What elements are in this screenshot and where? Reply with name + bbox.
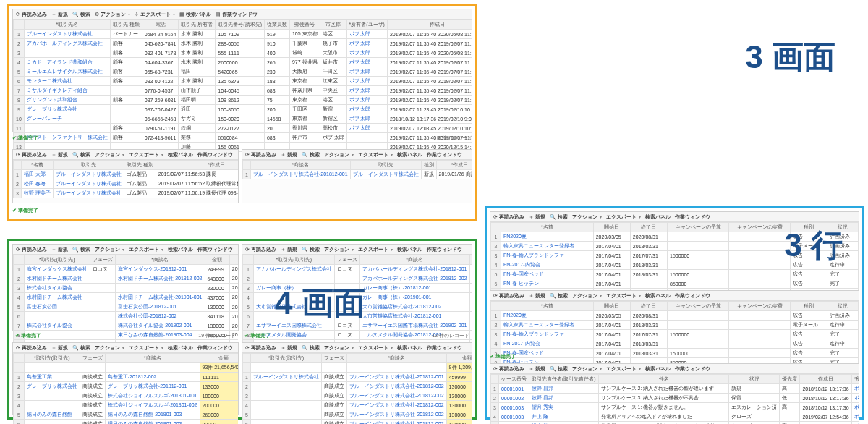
table-row[interactable]: 1海宮インダックス株式会社ロコヌ海宮インダックス-201812-00124999… — [14, 265, 239, 274]
search-btn[interactable]: 🔍 検索 — [72, 151, 90, 158]
panel-btn[interactable]: 検索パネル — [397, 344, 422, 352]
panel-btn[interactable]: 検索パネル — [645, 365, 671, 373]
table-row[interactable]: 2アカバホールディングス株式会社顧客045-620-7841水木 勝利288-0… — [14, 39, 472, 48]
export-menu[interactable]: エクスポート — [129, 151, 163, 158]
col-header[interactable] — [14, 161, 22, 170]
action-menu[interactable]: アクション — [95, 344, 124, 352]
search-btn[interactable]: 🔍 検索 — [550, 365, 568, 373]
action-menu[interactable]: アクション — [572, 365, 602, 373]
col-header[interactable]: 種別 — [791, 302, 827, 311]
win-btn[interactable]: 作業ウィンドウ — [197, 151, 233, 158]
col-header[interactable]: 電話 — [142, 20, 179, 30]
col-header[interactable]: 状況 — [729, 375, 780, 384]
col-header[interactable] — [14, 20, 25, 30]
col-header[interactable]: フェーズ — [334, 255, 359, 265]
col-header[interactable]: *取引先(取引先) — [24, 255, 90, 265]
panel-btn[interactable]: ▦ 検索パネル — [179, 11, 211, 18]
action-menu[interactable]: アクション — [95, 151, 124, 158]
table-row[interactable]: 6モンターニ株式会社顧客083-00-4122水木 勝利135-6373188東… — [14, 77, 472, 86]
table-row[interactable]: 2水村団ドチーム株式会社水村団ドチーム株式会社-201812-002643000… — [14, 274, 239, 284]
col-header[interactable] — [243, 255, 254, 265]
col-header[interactable]: *名前 — [501, 223, 594, 232]
table-row[interactable]: 5ミールエムレサイクルズ株式会社顧客055-68-7231福田542006523… — [14, 67, 472, 77]
col-header[interactable]: 取引先 種類 — [110, 20, 142, 30]
col-header[interactable]: 郵便番号 — [289, 20, 320, 30]
table-row[interactable]: 9グレーブリッ株式会社087-707-0427通田100-8050200千田区新… — [14, 105, 472, 114]
reload-btn[interactable]: ⟳ 再読み込み — [493, 292, 524, 300]
col-header[interactable]: *商談名 — [115, 255, 205, 265]
table-row[interactable]: 8件 1,309,999円 — [243, 363, 472, 373]
action-menu[interactable]: アクション — [324, 344, 354, 352]
col-header[interactable]: フェーズ — [80, 354, 105, 363]
table-row[interactable]: 6商談成立堀日のみの森自然館-201801-003320002019/01/02 — [14, 420, 239, 425]
col-header[interactable]: キャンペーンの予算 — [668, 223, 729, 232]
export-menu[interactable]: エクスポート — [129, 246, 163, 253]
cases-grid[interactable]: ケース番号取引先責任者(取引先責任者)件名状況優先度作成日*所有者(Multip… — [490, 374, 859, 424]
col-header[interactable] — [491, 223, 501, 232]
col-header[interactable]: 終了日 — [630, 223, 667, 232]
grid[interactable]: *取引先(取引先)フェーズ*商談名金額完了予定日93件 21,656,542円1… — [13, 353, 238, 424]
col-header[interactable]: *名前 — [501, 302, 594, 311]
reload-btn[interactable]: ⟳ 再読み込み — [245, 246, 276, 253]
col-header[interactable]: 取引先 種別 — [124, 161, 156, 170]
action-menu[interactable]: アクション — [572, 213, 602, 221]
win-btn[interactable]: 作業ウィンドウ — [675, 213, 710, 221]
new-btn[interactable]: ＋ 新規 — [281, 344, 297, 352]
col-header[interactable]: 取引先 — [350, 161, 421, 170]
table-row[interactable]: 2松田 春海ブルーインダストリ株式会社ゴム製品2019/02/07 11:56:… — [14, 179, 239, 189]
search-btn[interactable]: 🔍 検索 — [302, 151, 320, 158]
table-row[interactable]: 200001002牧野 昌邦サンプルケース 3: 納入された機器が不具合保留低2… — [491, 394, 859, 403]
reload-btn[interactable]: ⟳ 再読み込み — [16, 151, 47, 158]
new-btn[interactable]: ＋ 新規 — [281, 246, 297, 253]
col-header[interactable]: *作成日 — [156, 161, 238, 170]
col-header[interactable]: *作成日 — [436, 161, 472, 170]
search-btn[interactable]: 🔍 検索 — [302, 246, 320, 253]
table-row[interactable]: 4商談成立株式会社ジョイフルスルギ-201801-0022000002019/0… — [14, 401, 239, 410]
grid[interactable]: *取引先(取引先)フェーズ*商談名金額完了予定日8件 1,309,999円1ブル… — [242, 353, 472, 424]
col-header[interactable]: 金額 — [469, 255, 472, 265]
table-row[interactable]: 5富士石炭公団富士石炭公団-201812-0011300002018/01/26 — [14, 302, 239, 312]
table-row[interactable]: 6商談成立ブルーインダストリ株式会社-201812-0021300002019/… — [243, 420, 472, 425]
table-row[interactable]: 5商談成立ブルーインダストリ株式会社-201812-0021300002019/… — [243, 410, 472, 420]
win-btn[interactable]: 作業ウィンドウ — [427, 151, 462, 158]
col-header[interactable] — [14, 354, 25, 363]
new-btn[interactable]: ＋ 新規 — [529, 365, 545, 373]
col-header[interactable] — [243, 354, 251, 363]
search-btn[interactable]: 🔍 検索 — [550, 292, 568, 300]
table-row[interactable]: 2輸入家具ニュースレター登録者2017/04/012018/03/31電子メール… — [491, 321, 859, 330]
panel-btn[interactable]: 検索パネル — [397, 246, 422, 253]
col-header[interactable]: 優先度 — [780, 375, 800, 384]
accounts-grid[interactable]: *取引先名取引先 種類電話取引先 所有者取引先番号(請求先)従業員数郵便番号市区… — [13, 20, 472, 152]
col-header[interactable]: 作成日 — [800, 375, 851, 384]
panel-btn[interactable]: 検索パネル — [397, 151, 422, 158]
export-menu[interactable]: ⇩ エクスポート — [135, 11, 175, 18]
table-row[interactable]: 5堀日のみの森自然館商談成立堀日のみの森自然館-201801-003269000… — [14, 410, 239, 420]
contacts-grid[interactable]: *名前取引先取引先 種別*作成日役職電話メール1福田 太郎ブルーインダストリ株式… — [13, 160, 238, 198]
table-row[interactable]: 2グレーブリッ株式会社商談成立グレーブリッ株式会社-201812-0011330… — [14, 382, 239, 391]
col-header[interactable]: *商談名 — [346, 354, 446, 363]
reload-btn[interactable]: ⟳ 再読み込み — [493, 213, 524, 221]
table-row[interactable]: 1ブルーインダストリ株式会社商談成立ブルーインダストリ株式会社-201812-0… — [243, 373, 472, 382]
table-row[interactable]: 500001004樺木 松発電機のメンテナンスに関するガイドラインが詳細クローズ… — [491, 422, 859, 425]
col-header[interactable]: キャンペーンの実費 — [729, 223, 791, 232]
win-btn[interactable]: 作業ウィンドウ — [427, 344, 462, 352]
new-btn[interactable]: ＋ 新規 — [51, 151, 68, 158]
col-header[interactable]: 種別 — [421, 161, 436, 170]
col-header[interactable]: 金額 — [205, 255, 229, 265]
action-menu[interactable]: アクション — [572, 292, 602, 300]
col-header[interactable]: *商談名 — [359, 255, 469, 265]
col-header[interactable]: ケース番号 — [498, 375, 529, 384]
search-btn[interactable]: 🔍 検索 — [302, 344, 320, 352]
panel-btn[interactable]: 検索パネル — [645, 292, 671, 300]
col-header[interactable]: *取引先(取引先) — [253, 255, 334, 265]
col-header[interactable] — [243, 161, 251, 170]
reload-btn[interactable]: ⟳ 再読み込み — [16, 344, 47, 352]
table-row[interactable]: 10グレーバレーチ06-6666-2468サガミ150-002014668東京都… — [14, 114, 472, 124]
table-row[interactable]: 5FN-春-国産ベッド2017/04/012018/03/311500000広告… — [491, 270, 859, 279]
table-row[interactable]: 93件 21,656,542円 — [14, 363, 239, 373]
table-row[interactable]: 1ブルーインダストリ株式会社パートナー0584-24-9164水木 勝利105-… — [14, 30, 472, 39]
search-btn[interactable]: 🔍 検索 — [72, 246, 90, 253]
search-btn[interactable]: 🔍 検索 — [72, 344, 90, 352]
table-row[interactable]: 2商談成立ブルーインダストリ株式会社-201812-0021300002019/… — [243, 382, 472, 391]
table-row[interactable]: 3牧野 理美子ブルーインダストリ株式会社ゴム製品2019/02/07 11:56… — [14, 189, 239, 198]
